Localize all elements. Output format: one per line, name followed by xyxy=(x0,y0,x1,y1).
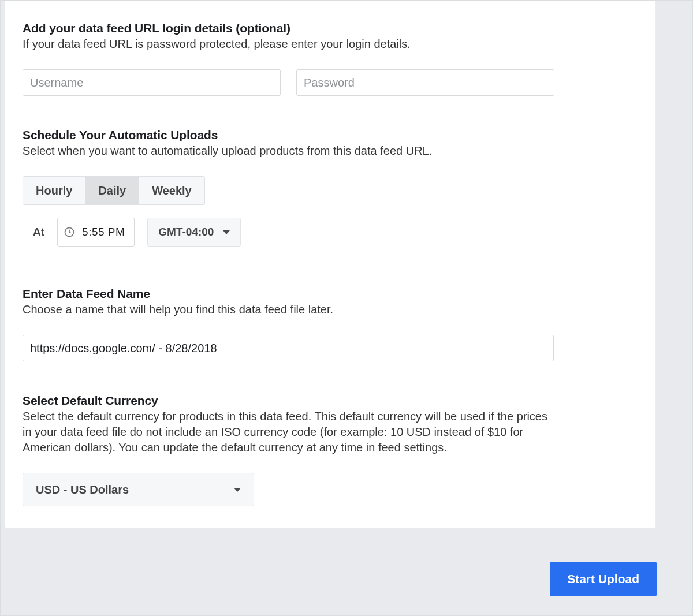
currency-title: Select Default Currency xyxy=(23,394,638,408)
feed-name-section: Enter Data Feed Name Choose a name that … xyxy=(23,287,638,361)
form-card: Add your data feed URL login details (op… xyxy=(5,1,656,528)
schedule-section: Schedule Your Automatic Uploads Select w… xyxy=(23,128,638,247)
password-input[interactable] xyxy=(296,69,554,96)
feed-name-row xyxy=(23,335,638,361)
feed-name-title: Enter Data Feed Name xyxy=(23,287,638,301)
at-label: At xyxy=(33,226,44,238)
schedule-desc: Select when you want to automatically up… xyxy=(23,143,638,159)
footer: Start Upload xyxy=(550,562,657,596)
segment-weekly[interactable]: Weekly xyxy=(139,177,204,204)
segment-hourly[interactable]: Hourly xyxy=(23,177,85,204)
feed-name-desc: Choose a name that will help you find th… xyxy=(23,302,638,318)
feed-name-input[interactable] xyxy=(23,335,554,361)
currency-section: Select Default Currency Select the defau… xyxy=(23,394,638,506)
currency-select[interactable]: USD - US Dollars xyxy=(23,473,254,506)
timezone-select[interactable]: GMT-04:00 xyxy=(147,218,241,247)
schedule-title: Schedule Your Automatic Uploads xyxy=(23,128,638,142)
currency-desc: Select the default currency for products… xyxy=(23,409,554,456)
login-input-row xyxy=(23,69,638,96)
start-upload-button[interactable]: Start Upload xyxy=(550,562,657,596)
timezone-value: GMT-04:00 xyxy=(158,226,214,238)
caret-down-icon xyxy=(234,488,241,492)
caret-down-icon xyxy=(223,230,230,234)
segment-daily[interactable]: Daily xyxy=(85,177,139,204)
login-title: Add your data feed URL login details (op… xyxy=(23,21,638,35)
time-row: At 5:55 PM GMT-04:00 xyxy=(23,218,638,247)
login-desc: If your data feed URL is password protec… xyxy=(23,36,638,52)
username-input[interactable] xyxy=(23,69,281,96)
currency-value: USD - US Dollars xyxy=(36,483,129,496)
time-value: 5:55 PM xyxy=(82,226,125,238)
clock-icon xyxy=(64,226,75,238)
login-section: Add your data feed URL login details (op… xyxy=(23,21,638,96)
frequency-segmented: Hourly Daily Weekly xyxy=(23,176,205,205)
time-input[interactable]: 5:55 PM xyxy=(57,218,135,247)
